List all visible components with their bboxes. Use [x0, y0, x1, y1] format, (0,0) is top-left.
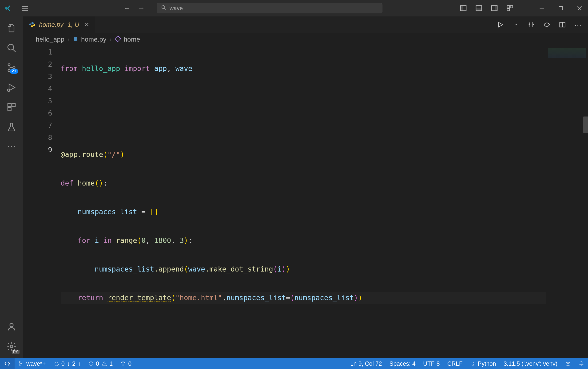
run-debug-icon[interactable]	[4, 80, 19, 94]
more-actions-icon[interactable]: ⋯	[573, 20, 582, 29]
python-file-icon	[29, 21, 36, 28]
title-bar: ← → wave	[0, 0, 588, 16]
additional-views-icon[interactable]: ⋯	[4, 140, 19, 154]
svg-point-12	[8, 64, 10, 66]
run-file-icon[interactable]	[496, 20, 505, 29]
code-line: from hello_app import app, wave	[61, 62, 546, 75]
svg-point-30	[568, 363, 569, 364]
scm-badge: 21	[10, 69, 18, 74]
cursor-position-status[interactable]: Ln 9, Col 72	[346, 360, 386, 367]
compare-changes-icon[interactable]	[527, 20, 536, 29]
testing-icon[interactable]	[4, 120, 19, 134]
tab-bar: home.py 1, U ✕ ⋯	[23, 16, 588, 33]
svg-point-0	[162, 6, 165, 9]
command-center-search[interactable]: wave	[157, 3, 382, 13]
svg-rect-8	[510, 6, 513, 8]
code-line: @app.route("/")	[61, 149, 546, 161]
code-line: numspaces_list = []	[61, 206, 546, 218]
status-bar: wave*+ 0↓ 2↑ 0 1 0 Ln 9, Col 72 Spaces: …	[0, 358, 588, 369]
svg-rect-2	[461, 6, 463, 10]
toggle-panel-icon[interactable]	[474, 3, 483, 13]
code-line	[61, 120, 546, 132]
language-mode-status[interactable]: Python	[466, 360, 500, 367]
chevron-right-icon: ›	[110, 36, 111, 42]
editor-tab[interactable]: home.py 1, U ✕	[23, 16, 95, 33]
svg-rect-9	[507, 9, 510, 10]
chevron-right-icon: ›	[67, 36, 69, 42]
code-content[interactable]: from hello_app import app, wave @app.rou…	[61, 46, 546, 358]
run-dropdown-icon[interactable]	[511, 20, 520, 29]
svg-rect-7	[507, 6, 510, 8]
nav-forward-icon[interactable]: →	[138, 4, 145, 12]
tab-filename: home.py	[39, 21, 63, 29]
vscode-logo-icon	[4, 3, 13, 13]
sync-status[interactable]: 0↓ 2↑	[50, 360, 85, 367]
encoding-status[interactable]: UTF-8	[419, 360, 444, 367]
search-icon	[161, 5, 166, 11]
minimap[interactable]	[546, 46, 588, 358]
remote-indicator-icon[interactable]	[0, 358, 15, 369]
svg-rect-28	[566, 362, 570, 366]
nav-back-icon[interactable]: ←	[124, 4, 131, 12]
svg-rect-16	[8, 103, 11, 107]
problems-status[interactable]: 0 1	[85, 360, 117, 367]
eol-status[interactable]: CRLF	[444, 360, 466, 367]
minimize-icon[interactable]	[537, 3, 546, 13]
svg-point-11	[8, 44, 14, 50]
svg-rect-10	[559, 7, 562, 10]
breadcrumb-folder[interactable]: hello_app	[36, 36, 64, 43]
settings-ext-badge: PY	[12, 350, 20, 354]
svg-rect-17	[12, 103, 15, 107]
svg-rect-22	[74, 37, 77, 41]
close-window-icon[interactable]	[575, 3, 584, 13]
notifications-icon[interactable]	[575, 361, 588, 366]
code-line: return render_template("home.html",numsp…	[61, 292, 546, 304]
svg-point-19	[10, 323, 13, 327]
extensions-icon[interactable]	[4, 100, 19, 114]
symbol-function-icon	[115, 36, 121, 43]
accounts-icon[interactable]	[4, 320, 19, 334]
activity-search-icon[interactable]	[4, 41, 19, 55]
svg-point-25	[19, 365, 21, 366]
copilot-status-icon[interactable]	[561, 360, 575, 367]
breadcrumb-bar[interactable]: hello_app › home.py › home	[23, 33, 588, 46]
svg-rect-18	[8, 108, 11, 111]
line-number-gutter: 1 2 3 4 5 6 7 8 9	[23, 46, 61, 358]
scrollbar-thumb[interactable]	[583, 117, 588, 133]
git-branch-status[interactable]: wave*+	[15, 360, 50, 367]
python-interpreter-status[interactable]: 3.11.5 ('.venv': venv)	[500, 360, 561, 367]
tab-close-icon[interactable]: ✕	[84, 21, 89, 28]
tab-modifiers: 1, U	[68, 21, 80, 29]
ports-status[interactable]: 0	[116, 360, 135, 367]
toggle-secondary-sidebar-icon[interactable]	[490, 3, 499, 13]
svg-rect-4	[476, 9, 482, 10]
svg-point-24	[19, 361, 21, 363]
activity-bar: 21 ⋯ PY	[0, 16, 23, 358]
code-line	[61, 91, 546, 103]
breadcrumb-file[interactable]: home.py	[73, 36, 106, 43]
source-control-icon[interactable]: 21	[4, 60, 19, 75]
editor-area[interactable]: 1 2 3 4 5 6 7 8 9 from hello_app import …	[23, 46, 588, 358]
menu-icon[interactable]	[20, 3, 30, 13]
maximize-icon[interactable]	[556, 3, 566, 13]
search-placeholder: wave	[169, 5, 183, 11]
breadcrumb-symbol[interactable]: home	[115, 36, 140, 43]
code-line: def home():	[61, 177, 546, 189]
explorer-icon[interactable]	[4, 21, 19, 35]
svg-point-20	[10, 345, 13, 348]
python-file-icon	[73, 36, 78, 43]
svg-rect-6	[495, 6, 497, 10]
split-editor-icon[interactable]	[558, 20, 567, 29]
nav-arrows: ← →	[124, 4, 145, 12]
code-line: for i in range(0, 1800, 3):	[61, 234, 546, 247]
settings-gear-icon[interactable]: PY	[4, 339, 19, 353]
svg-point-29	[567, 363, 567, 364]
code-line: numspaces_list.append(wave.make_dot_stri…	[61, 263, 546, 275]
toggle-primary-sidebar-icon[interactable]	[459, 3, 468, 13]
indentation-status[interactable]: Spaces: 4	[386, 360, 419, 367]
customize-layout-icon[interactable]	[505, 3, 514, 13]
svg-rect-23	[115, 36, 121, 41]
open-changes-icon[interactable]	[542, 20, 551, 29]
